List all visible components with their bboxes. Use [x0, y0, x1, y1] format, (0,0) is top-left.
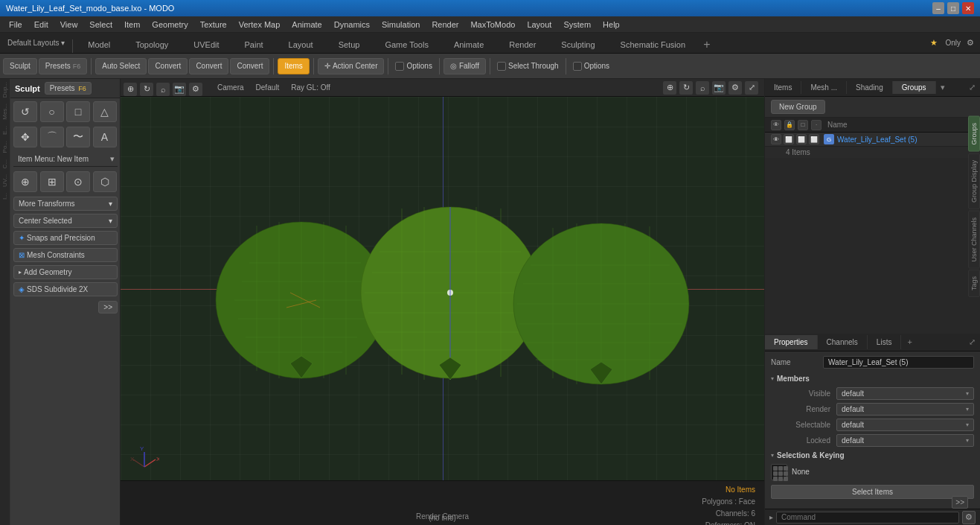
- command-input[interactable]: [776, 512, 959, 524]
- menu-select[interactable]: Select: [83, 19, 118, 31]
- menu-edit[interactable]: Edit: [28, 19, 54, 31]
- settings-icon[interactable]: ⚙: [964, 38, 977, 48]
- tool-icon-circle[interactable]: ○: [40, 101, 64, 122]
- falloff-button[interactable]: ◎ Falloff: [443, 58, 486, 74]
- vp-icon-rotate[interactable]: ↻: [679, 81, 693, 95]
- tool-icon-obj1[interactable]: ⊕: [13, 171, 37, 192]
- tool-icon-grid[interactable]: ⊞: [40, 171, 64, 192]
- vp-ray-gl-label[interactable]: Ray GL: Off: [291, 83, 330, 92]
- sk-section[interactable]: ▾ Selection & Keying: [771, 451, 974, 459]
- items-button[interactable]: Items: [278, 58, 309, 74]
- sds-button[interactable]: ◈ SDS Subdivide 2X: [13, 282, 118, 296]
- new-group-button[interactable]: New Group: [771, 100, 825, 114]
- add-tab-button[interactable]: +: [699, 36, 715, 53]
- selectable-dropdown[interactable]: default ▾: [836, 419, 974, 431]
- presets-button-left[interactable]: Presets F6: [45, 82, 92, 95]
- vp-icon-gear[interactable]: ⚙: [728, 81, 742, 95]
- convert2-button[interactable]: Convert: [189, 58, 228, 74]
- auto-select-button[interactable]: Auto Select: [95, 58, 147, 74]
- tool-icon-poly[interactable]: ⬡: [93, 171, 117, 192]
- menu-vertex-map[interactable]: Vertex Map: [233, 19, 286, 31]
- gi-icon-extra[interactable]: ⬜: [809, 134, 819, 144]
- tool-icon-wave[interactable]: 〜: [66, 127, 90, 147]
- action-center-button[interactable]: ✛ Action Center: [318, 58, 385, 74]
- tab-schematic-fusion[interactable]: Schematic Fusion: [609, 36, 697, 53]
- tool-icon-tri[interactable]: △: [93, 101, 117, 122]
- viewport[interactable]: ⊕ ↻ ⌕ 📷 ⚙ Camera Default Ray GL: Off ⊕ ↻…: [121, 79, 764, 525]
- vp-ctrl-orbit[interactable]: ⊕: [124, 83, 137, 96]
- vp-camera-label[interactable]: Camera: [217, 83, 244, 92]
- side-tab-group-display[interactable]: Group Display: [968, 153, 980, 209]
- tab-shading[interactable]: Shading: [847, 81, 893, 94]
- minimize-button[interactable]: –: [932, 2, 944, 14]
- vp-ctrl-search[interactable]: ⌕: [156, 83, 170, 96]
- list-icon-dot[interactable]: ·: [811, 120, 822, 130]
- visible-dropdown[interactable]: default ▾: [836, 387, 974, 400]
- tool-icon-sphere[interactable]: ⊙: [66, 171, 90, 192]
- list-icon-eye[interactable]: 👁: [771, 120, 781, 130]
- locked-dropdown[interactable]: default ▾: [836, 434, 974, 447]
- vp-icon-cam2[interactable]: 📷: [712, 81, 726, 95]
- convert1-button[interactable]: Convert: [148, 58, 188, 74]
- side-tab-user-channels[interactable]: User Channels: [968, 211, 980, 269]
- convert3-button[interactable]: Convert: [230, 58, 269, 74]
- gi-icon-eye[interactable]: 👁: [771, 134, 781, 144]
- right-panel-expand[interactable]: ⤢: [964, 80, 980, 95]
- sculpt-button[interactable]: Sculpt: [3, 58, 37, 74]
- menu-view[interactable]: View: [54, 19, 84, 31]
- tab-paint[interactable]: Paint: [233, 36, 275, 53]
- bottom-expand-button[interactable]: >>: [952, 496, 968, 509]
- menu-dynamics[interactable]: Dynamics: [328, 19, 376, 31]
- more-transforms-dropdown[interactable]: More Transforms ▾: [13, 197, 118, 211]
- expand-button[interactable]: >>: [98, 301, 118, 314]
- tab-sculpting[interactable]: Sculpting: [549, 36, 606, 53]
- gi-icon-lock[interactable]: ⬜: [784, 134, 794, 144]
- group-item-row[interactable]: 👁 ⬜ ⬜ ⬜ G Water_Lily_Leaf_Set (5): [765, 133, 980, 147]
- presets-button[interactable]: Presets F6: [39, 58, 87, 74]
- viewport-canvas[interactable]: X X Y: [121, 97, 764, 480]
- maximize-button[interactable]: □: [947, 2, 959, 14]
- default-layouts-dropdown[interactable]: Default Layouts ▾: [3, 39, 69, 47]
- menu-animate[interactable]: Animate: [286, 19, 327, 31]
- close-button[interactable]: ✕: [962, 2, 974, 14]
- snaps-button[interactable]: ✦ Snaps and Precision: [13, 231, 118, 245]
- tab-model[interactable]: Model: [76, 36, 122, 53]
- tab-mesh[interactable]: Mesh ...: [801, 81, 847, 94]
- vp-default-label[interactable]: Default: [256, 83, 280, 92]
- list-icon-box[interactable]: □: [798, 120, 808, 130]
- menu-maxtomodo[interactable]: MaxToModo: [464, 19, 521, 31]
- tab-plus[interactable]: +: [901, 334, 917, 349]
- tab-more[interactable]: ▾: [936, 80, 949, 95]
- tab-topology[interactable]: Topology: [124, 36, 180, 53]
- tab-animate[interactable]: Animate: [442, 36, 496, 53]
- side-tab-tags[interactable]: Tags: [968, 270, 980, 297]
- tab-render[interactable]: Render: [497, 36, 548, 53]
- tab-properties[interactable]: Properties: [765, 335, 818, 349]
- tab-lists[interactable]: Lists: [868, 335, 902, 349]
- members-section[interactable]: ▾ Members: [771, 375, 974, 383]
- menu-texture[interactable]: Texture: [194, 19, 233, 31]
- menu-layout[interactable]: Layout: [521, 19, 557, 31]
- vp-icon-expand[interactable]: ⤢: [745, 81, 758, 95]
- list-icon-lock[interactable]: 🔒: [784, 120, 795, 130]
- vp-ctrl-settings[interactable]: ⚙: [189, 83, 202, 96]
- tab-channels[interactable]: Channels: [818, 335, 868, 349]
- tab-game-tools[interactable]: Game Tools: [373, 36, 441, 53]
- options-check[interactable]: Options: [392, 62, 435, 71]
- menu-item[interactable]: Item: [118, 19, 146, 31]
- tool-icon-brush[interactable]: ⌒: [40, 127, 64, 147]
- menu-file[interactable]: File: [3, 19, 28, 31]
- vp-ctrl-cam[interactable]: 📷: [173, 83, 186, 96]
- vp-ctrl-refresh[interactable]: ↻: [140, 83, 153, 96]
- select-items-button[interactable]: Select Items: [771, 485, 974, 499]
- add-geometry-button[interactable]: ▸ Add Geometry: [13, 265, 118, 279]
- options2-checkbox[interactable]: [573, 62, 582, 71]
- mesh-constraints-button[interactable]: ⊠ Mesh Constraints: [13, 248, 118, 262]
- side-tab-groups[interactable]: Groups: [968, 116, 980, 152]
- gi-icon-dot[interactable]: ⬜: [796, 134, 807, 144]
- center-selected-dropdown[interactable]: Center Selected ▾: [13, 214, 118, 228]
- render-dropdown[interactable]: default ▾: [836, 403, 974, 416]
- name-input[interactable]: [823, 356, 974, 369]
- select-through-checkbox[interactable]: [497, 62, 506, 71]
- tool-icon-rotate[interactable]: ↺: [13, 101, 37, 122]
